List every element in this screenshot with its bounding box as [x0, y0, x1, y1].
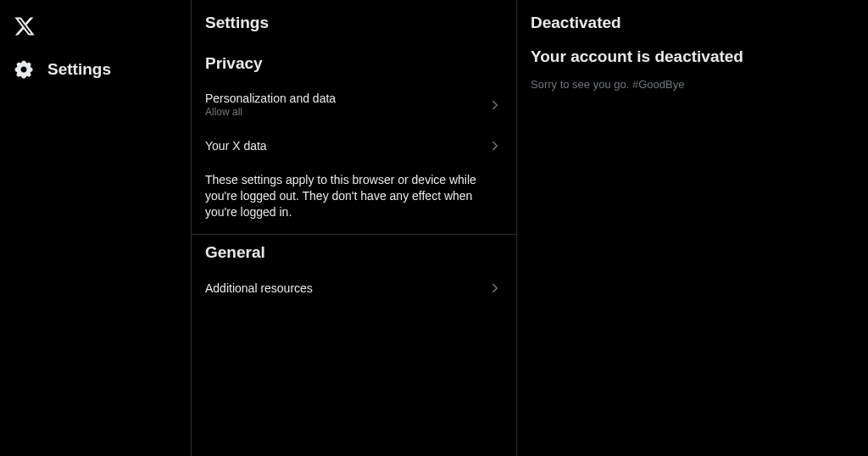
list-item-primary: Your X data	[205, 139, 267, 153]
list-item-primary: Personalization and data	[205, 92, 336, 105]
sidebar: Settings	[0, 0, 192, 456]
detail-body: Sorry to see you go. #GoodBye	[517, 75, 868, 94]
detail-title: Deactivated	[517, 10, 868, 44]
detail-column: Deactivated Your account is deactivated …	[517, 0, 868, 456]
nav-item-settings[interactable]: Settings	[0, 51, 191, 88]
x-logo-icon	[14, 15, 36, 37]
item-personalization-and-data[interactable]: Personalization and data Allow all	[192, 81, 516, 128]
nav-item-label: Settings	[47, 60, 111, 79]
list-item-primary: Additional resources	[205, 281, 313, 295]
chevron-right-icon	[487, 281, 503, 296]
settings-column: Settings Privacy Personalization and dat…	[192, 0, 517, 456]
item-your-x-data[interactable]: Your X data	[192, 128, 516, 164]
x-logo[interactable]	[0, 8, 191, 44]
chevron-right-icon	[487, 138, 503, 153]
detail-heading: Your account is deactivated	[517, 44, 868, 75]
list-item-secondary: Allow all	[205, 106, 336, 118]
chevron-right-icon	[487, 97, 503, 113]
item-additional-resources[interactable]: Additional resources	[192, 270, 516, 306]
gear-icon	[14, 59, 34, 80]
settings-title: Settings	[192, 10, 516, 46]
privacy-section-title: Privacy	[192, 46, 516, 81]
general-section-title: General	[192, 235, 516, 270]
privacy-description: These settings apply to this browser or …	[192, 164, 516, 234]
